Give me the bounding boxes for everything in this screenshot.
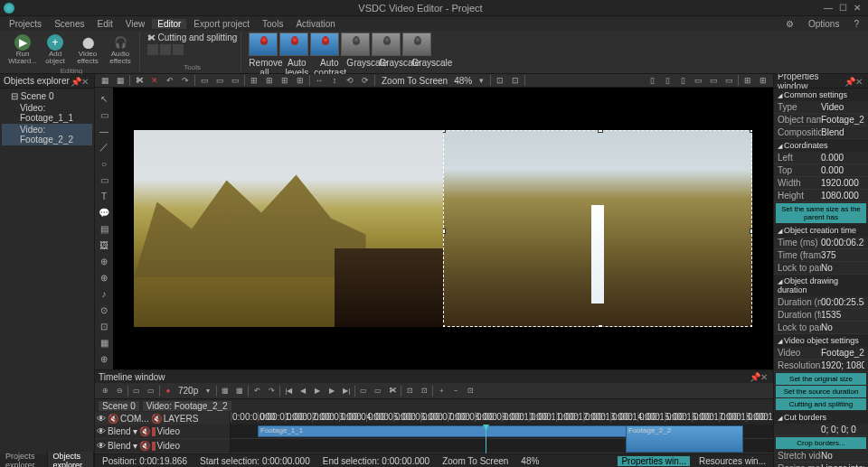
tool-icon[interactable]: ↕: [328, 74, 341, 87]
property-section-header[interactable]: Common settings: [774, 89, 868, 101]
tree-item[interactable]: Video: Footage_1_1: [2, 102, 92, 124]
resize-handle[interactable]: [750, 229, 752, 234]
tool-icon[interactable]: ▦: [97, 335, 111, 350]
tool-icon[interactable]: ▦: [114, 74, 127, 87]
resize-handle[interactable]: [443, 130, 446, 133]
tool-icon[interactable]: ⊞: [248, 74, 260, 87]
zoom-fit-icon[interactable]: ⊡: [464, 385, 476, 397]
property-value[interactable]: 375: [821, 250, 864, 260]
breadcrumb-item[interactable]: Scene 0: [99, 401, 139, 411]
tool-icon[interactable]: ▭: [229, 74, 241, 87]
property-value[interactable]: Blend: [821, 127, 864, 137]
property-value[interactable]: 1920; 1080: [821, 360, 864, 370]
property-value[interactable]: Footage_2_2: [821, 115, 864, 125]
pin-icon[interactable]: 📌: [71, 77, 80, 86]
chevron-down-icon[interactable]: ▾: [202, 385, 214, 397]
tool-icon[interactable]: ⊖: [113, 385, 126, 397]
menu-item[interactable]: Tools: [257, 19, 288, 29]
next-icon[interactable]: ▶|: [340, 385, 353, 397]
menu-item[interactable]: Editor: [152, 19, 186, 29]
chevron-down-icon[interactable]: ▾: [475, 74, 487, 87]
menu-item[interactable]: Projects: [4, 19, 47, 29]
mute-icon[interactable]: 🔇: [108, 414, 118, 424]
redo-icon[interactable]: ↷: [179, 74, 192, 87]
menu-item[interactable]: Edit: [91, 19, 118, 29]
align-icon[interactable]: ▯: [676, 74, 689, 87]
text-icon[interactable]: T: [97, 189, 111, 203]
align-icon[interactable]: ▭: [707, 74, 720, 87]
undo-icon[interactable]: ↶: [164, 74, 176, 87]
rotate-icon[interactable]: ⟲: [344, 74, 356, 87]
tooltip-icon[interactable]: 💬: [97, 205, 111, 219]
property-value[interactable]: 1535: [821, 310, 864, 320]
property-action-button[interactable]: Set the same size as the parent has: [776, 203, 866, 223]
resize-handle[interactable]: [443, 324, 446, 327]
quick-style-thumb[interactable]: [402, 33, 431, 56]
mute-icon[interactable]: 🔇: [151, 414, 162, 424]
audio-effects-button[interactable]: 🎧Audio effects: [105, 33, 136, 67]
prev-icon[interactable]: |◀: [282, 385, 295, 397]
tool-icon[interactable]: ⊕: [97, 270, 111, 285]
objects-explorer-tab[interactable]: Objects explorer: [48, 452, 94, 467]
property-action-button[interactable]: Cutting and splitting: [776, 398, 866, 410]
close-panel-icon[interactable]: ✕: [81, 77, 90, 86]
close-button[interactable]: ✕: [850, 2, 864, 14]
resize-handle[interactable]: [750, 130, 752, 133]
close-panel-icon[interactable]: ✕: [855, 77, 864, 86]
quick-style-thumb[interactable]: [249, 33, 278, 56]
property-value[interactable]: 0; 0; 0; 0: [821, 425, 864, 434]
breadcrumb-item[interactable]: Video: Footage_2_2: [143, 401, 231, 411]
play-icon[interactable]: ▶: [311, 385, 324, 397]
track-header[interactable]: 👁Blend▾🔇Video: [95, 439, 230, 453]
tool-icon[interactable]: ●: [162, 385, 175, 397]
zoom-value[interactable]: 48%: [454, 76, 472, 86]
eye-icon[interactable]: 👁: [97, 426, 106, 436]
track-header[interactable]: 👁Blend▾🔇Video: [95, 425, 230, 439]
redo-icon[interactable]: ↷: [265, 385, 278, 397]
tool-icon[interactable]: ▦: [219, 385, 231, 397]
video-effects-button[interactable]: ⬤Video effects: [72, 33, 103, 67]
text-icon[interactable]: —: [97, 124, 111, 138]
counter-icon[interactable]: ⊙: [97, 303, 111, 317]
property-value[interactable]: 00:00:25.583: [821, 297, 864, 307]
timeline-ruler[interactable]: 0:00:0.0000:00:01.0000:00:02.0000:00:03.…: [231, 412, 773, 425]
line-icon[interactable]: ／: [97, 140, 111, 154]
property-section-header[interactable]: Object drawing duration: [774, 275, 868, 296]
tool-icon[interactable]: ▭: [145, 385, 157, 397]
selection-outline[interactable]: [443, 130, 752, 327]
rotate-icon[interactable]: ⟳: [359, 74, 372, 87]
property-value[interactable]: Video: [821, 102, 864, 112]
tool-icon[interactable]: ⊞: [294, 74, 307, 87]
resolution-label[interactable]: 720p: [176, 386, 200, 396]
property-value[interactable]: No: [821, 263, 864, 273]
chart-icon[interactable]: ▤: [97, 221, 111, 236]
tool-icon[interactable]: [173, 44, 184, 55]
tool-icon[interactable]: ⊞: [757, 74, 769, 87]
maximize-button[interactable]: ☐: [835, 2, 850, 14]
property-value[interactable]: 1920.000: [821, 178, 864, 188]
resize-handle[interactable]: [443, 229, 446, 234]
projects-explorer-tab[interactable]: Projects explorer: [0, 452, 48, 467]
tree-item[interactable]: Video: Footage_2_2: [2, 124, 92, 145]
menu-item[interactable]: Export project: [188, 19, 255, 29]
quick-style-thumb[interactable]: [279, 33, 308, 56]
align-icon[interactable]: ▯: [661, 74, 674, 87]
menu-item[interactable]: Activation: [290, 19, 340, 29]
cut-icon[interactable]: ✀: [386, 385, 399, 397]
zoom-out-icon[interactable]: −: [449, 385, 462, 397]
tool-icon[interactable]: ⊕: [97, 254, 111, 268]
property-action-button[interactable]: Crop borders...: [776, 437, 866, 449]
tool-icon[interactable]: ⊕: [97, 351, 111, 366]
tool-icon[interactable]: ⊡: [403, 385, 416, 397]
pin-icon[interactable]: 📌: [844, 77, 854, 86]
run-wizard-button[interactable]: ▶Run Wizard...: [7, 33, 38, 67]
zoom-label[interactable]: Zoom To Screen: [378, 76, 451, 86]
zoom-in-icon[interactable]: +: [435, 385, 448, 397]
cursor-icon[interactable]: ↖: [97, 91, 111, 106]
pin-icon[interactable]: 📌: [750, 372, 759, 381]
timeline-tracks[interactable]: Footage_2_2 Footage_1_1: [231, 425, 773, 453]
resources-window-tab[interactable]: Resources win...: [699, 456, 766, 466]
align-icon[interactable]: ▯: [646, 74, 658, 87]
quick-style-thumb[interactable]: [341, 33, 370, 56]
property-action-button[interactable]: Set the source duration: [776, 386, 866, 397]
